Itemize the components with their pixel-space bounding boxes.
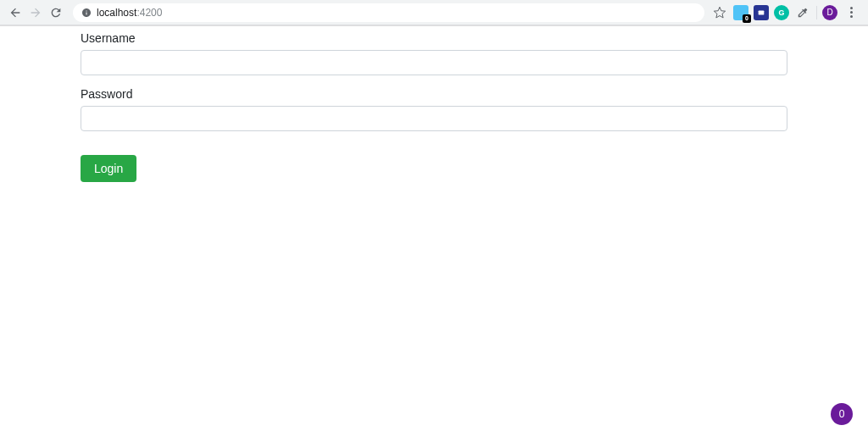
reload-button[interactable] bbox=[46, 3, 66, 23]
back-button[interactable] bbox=[5, 3, 25, 23]
toolbar-right: 0 G D bbox=[711, 4, 863, 21]
password-label: Password bbox=[81, 87, 787, 101]
address-bar[interactable]: localhost:4200 bbox=[73, 3, 704, 22]
browser-toolbar: localhost:4200 0 G D bbox=[0, 0, 868, 25]
page-content: Username Password Login bbox=[0, 25, 868, 182]
info-icon bbox=[81, 8, 92, 18]
password-group: Password bbox=[81, 87, 787, 131]
login-form: Username Password Login bbox=[81, 26, 787, 182]
extension-icon-1[interactable]: 0 bbox=[733, 5, 748, 20]
login-button[interactable]: Login bbox=[81, 155, 136, 182]
url-host: localhost bbox=[97, 7, 136, 19]
url-port: :4200 bbox=[136, 7, 162, 19]
profile-avatar[interactable]: D bbox=[822, 5, 837, 20]
floating-badge-count: 0 bbox=[839, 408, 845, 420]
toolbar-divider bbox=[816, 6, 817, 19]
extension-badge-count: 0 bbox=[743, 14, 751, 23]
password-input[interactable] bbox=[81, 106, 787, 131]
floating-badge[interactable]: 0 bbox=[831, 403, 853, 425]
username-label: Username bbox=[81, 31, 787, 45]
menu-dots-icon[interactable] bbox=[843, 7, 860, 18]
svg-rect-0 bbox=[759, 10, 765, 14]
avatar-letter: D bbox=[826, 8, 832, 17]
username-input[interactable] bbox=[81, 50, 787, 75]
extension-icon-3[interactable]: G bbox=[774, 5, 789, 20]
extension-icon-2[interactable] bbox=[754, 5, 769, 20]
bookmark-star-icon[interactable] bbox=[711, 4, 728, 21]
username-group: Username bbox=[81, 31, 787, 75]
eyedropper-icon[interactable] bbox=[794, 4, 811, 21]
forward-button[interactable] bbox=[25, 3, 46, 23]
